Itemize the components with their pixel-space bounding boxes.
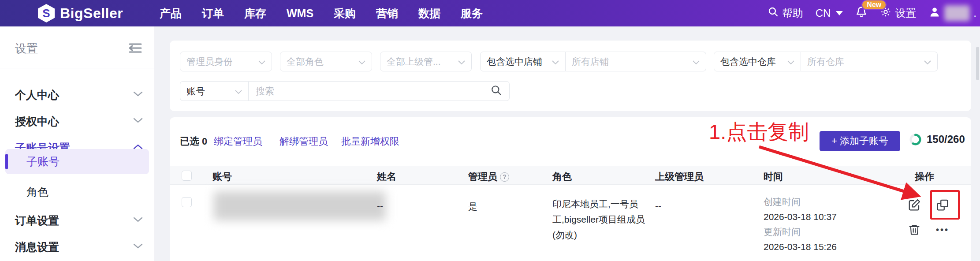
subaccount-table-panel: 已选 0 绑定管理员 解绑管理员 批量新增权限 + 添加子账号 150/260 … <box>170 117 971 261</box>
col-name: 姓名 <box>377 170 396 183</box>
table-row: -- 是 印尼本地员工,一号员工,bigseller项目组成员(勿改) -- 创… <box>170 185 971 261</box>
brand-name: BigSeller <box>60 5 123 22</box>
search-field-select[interactable]: 账号 <box>180 81 249 101</box>
cell-is-admin: 是 <box>468 201 477 213</box>
nav-item-data[interactable]: 数据 <box>418 6 440 21</box>
sidebar-item-authorization-center[interactable]: 授权中心 <box>0 108 154 134</box>
nav-item-services[interactable]: 服务 <box>461 6 483 21</box>
batch-add-permission-link[interactable]: 批量新增权限 <box>341 135 399 148</box>
chevron-down-icon <box>133 243 143 251</box>
chevron-down-icon <box>358 56 365 67</box>
sidebar-item-roles[interactable]: 角色 <box>0 179 154 205</box>
all-warehouses-select[interactable]: 所有仓库 <box>801 52 938 71</box>
brand-logo[interactable]: S BigSeller <box>38 0 123 26</box>
bigseller-logo-icon: S <box>38 4 55 22</box>
shop-filter-mode-select[interactable]: 包含选中店铺 <box>480 52 566 71</box>
settings-sidebar: 设置 个人中心 授权中心 子账号设置 子账号 角色 订单设置 <box>0 26 154 261</box>
chevron-down-icon <box>924 56 931 67</box>
language-selector[interactable]: CN <box>816 7 843 19</box>
chevron-down-icon <box>133 117 143 125</box>
page-scrollbar[interactable] <box>976 47 979 80</box>
chevron-down-icon <box>133 91 143 99</box>
active-indicator-bar <box>5 154 8 169</box>
updated-time-label: 更新时间 <box>764 224 837 239</box>
quota-text: 150/260 <box>927 133 965 145</box>
chevron-down-icon <box>133 216 143 224</box>
chevron-down-icon <box>693 56 700 67</box>
nav-item-orders[interactable]: 订单 <box>202 6 224 21</box>
col-admin: 管理员? <box>468 170 509 183</box>
settings-label: 设置 <box>895 6 916 20</box>
collapse-sidebar-icon[interactable] <box>129 42 142 56</box>
annotation-step-text: 1.点击复制 <box>709 118 809 146</box>
page: S BigSeller 产品 订单 库存 WMS 采购 营销 数据 服务 帮助 … <box>0 0 980 261</box>
account-redacted <box>214 191 386 220</box>
nav-item-purchase[interactable]: 采购 <box>334 6 356 21</box>
main-menu: 产品 订单 库存 WMS 采购 营销 数据 服务 <box>160 0 503 26</box>
chevron-down-icon <box>458 56 465 67</box>
notifications-button[interactable]: New <box>855 6 868 21</box>
search-input[interactable] <box>256 86 491 97</box>
sidebar-title: 设置 <box>15 41 38 56</box>
search-icon[interactable] <box>491 85 502 98</box>
quota-progress-ring <box>909 134 921 145</box>
col-roles: 角色 <box>552 170 572 183</box>
username-redacted <box>944 5 970 21</box>
sidebar-item-order-settings[interactable]: 订单设置 <box>0 207 154 234</box>
warehouse-filter-mode-select[interactable]: 包含选中仓库 <box>714 52 801 71</box>
help-button[interactable]: 帮助 <box>768 6 803 20</box>
navbar-right: 帮助 CN New 设置 <box>768 0 976 26</box>
cell-time: 创建时间 2026-03-18 10:37 更新时间 2026-03-18 15… <box>764 194 837 254</box>
nav-item-marketing[interactable]: 营销 <box>376 6 398 21</box>
created-time-label: 创建时间 <box>764 194 837 209</box>
username-suffix: . <box>973 7 976 19</box>
new-badge: New <box>861 0 887 10</box>
all-shops-select[interactable]: 所有店铺 <box>566 52 706 71</box>
col-supervisor: 上级管理员 <box>655 170 704 183</box>
quota-indicator: 150/260 <box>909 133 965 145</box>
nav-item-inventory[interactable]: 库存 <box>244 6 266 21</box>
divider <box>206 134 206 146</box>
chevron-down-icon <box>258 56 265 67</box>
chevron-down-icon <box>787 56 794 67</box>
cell-supervisor: -- <box>655 201 661 211</box>
cell-roles: 印尼本地员工,一号员工,bigseller项目组成员(勿改) <box>552 196 647 242</box>
all-roles-select[interactable]: 全部角色 <box>280 52 372 71</box>
cell-name: -- <box>377 201 383 211</box>
created-time-value: 2026-03-18 10:37 <box>764 209 837 224</box>
chevron-down-icon <box>552 56 559 67</box>
select-all-checkbox[interactable] <box>182 171 192 181</box>
help-label: 帮助 <box>782 6 803 20</box>
user-account[interactable]: . <box>928 5 976 21</box>
col-time: 时间 <box>764 170 783 183</box>
search-input-wrap <box>249 81 510 101</box>
more-actions-icon[interactable]: ••• <box>935 223 950 237</box>
settings-button[interactable]: 设置 <box>880 6 916 20</box>
admin-identity-select[interactable]: 管理员身份 <box>180 52 272 71</box>
unbind-admin-link[interactable]: 解绑管理员 <box>279 135 328 148</box>
user-icon <box>928 6 941 21</box>
nav-item-products[interactable]: 产品 <box>160 6 182 21</box>
row-checkbox[interactable] <box>182 197 192 207</box>
edit-icon[interactable] <box>907 198 921 212</box>
question-circle-icon[interactable]: ? <box>500 172 509 182</box>
nav-item-wms[interactable]: WMS <box>287 7 313 20</box>
sidebar-item-personal-center[interactable]: 个人中心 <box>0 82 154 108</box>
caret-down-icon <box>836 11 843 15</box>
top-navbar: S BigSeller 产品 订单 库存 WMS 采购 营销 数据 服务 帮助 … <box>0 0 980 26</box>
add-subaccount-button[interactable]: + 添加子账号 <box>820 131 900 151</box>
search-icon <box>768 7 779 20</box>
sidebar-header: 设置 <box>0 26 154 68</box>
col-account: 账号 <box>212 170 232 183</box>
bind-admin-link[interactable]: 绑定管理员 <box>214 135 262 148</box>
delete-icon[interactable] <box>907 223 921 237</box>
sidebar-item-subaccount[interactable]: 子账号 <box>5 149 149 174</box>
sidebar-item-message-settings[interactable]: 消息设置 <box>0 234 154 260</box>
filter-panel: 管理员身份 全部角色 全部上级管... 包含选中店铺 所有店铺 包含选中仓库 所… <box>170 41 971 111</box>
updated-time-value: 2026-03-18 15:26 <box>764 239 837 254</box>
col-actions: 操作 <box>915 170 934 183</box>
selected-count: 已选 0 <box>180 135 207 148</box>
chevron-down-icon <box>235 86 242 97</box>
all-supervisors-select[interactable]: 全部上级管... <box>380 52 472 71</box>
language-label: CN <box>816 7 831 19</box>
